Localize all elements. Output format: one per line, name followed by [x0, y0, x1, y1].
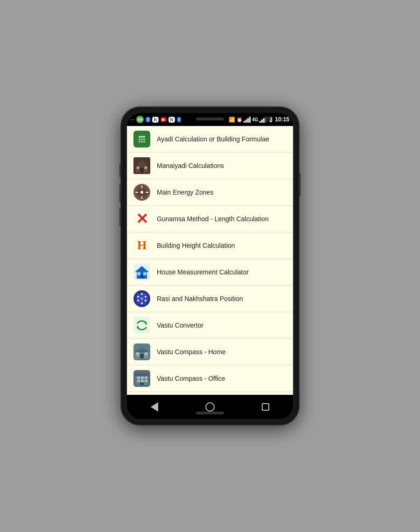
facebook-notification: f — [146, 117, 150, 122]
menu-item-rasi[interactable]: Rasi and Nakhshatra Position — [127, 286, 293, 312]
svg-rect-4 — [143, 139, 145, 140]
app-notification-h2: h — [168, 117, 175, 123]
svg-rect-6 — [141, 141, 143, 142]
svg-rect-37 — [133, 317, 150, 334]
rasi-icon — [133, 290, 150, 307]
home-icon — [205, 402, 215, 412]
svg-rect-5 — [139, 141, 140, 142]
svg-point-33 — [141, 302, 143, 304]
menu-item-vastu-convertor[interactable]: Vastu Convertor — [127, 312, 293, 339]
youtube-notification: ▶ — [161, 117, 167, 122]
svg-rect-50 — [137, 377, 140, 379]
svg-point-36 — [140, 297, 143, 300]
svg-point-34 — [137, 300, 139, 301]
svg-rect-55 — [145, 380, 147, 382]
menu-item-gunamsa[interactable]: ✕ Gunamsa Method - Length Calculation — [127, 206, 293, 232]
main-energy-icon — [133, 184, 150, 201]
svg-rect-46 — [135, 350, 148, 352]
camera-button[interactable] — [119, 208, 121, 226]
app-notification-h: h — [152, 117, 159, 123]
status-indicators: 📶 ⏰ 4G 🔋 10:15 — [229, 116, 289, 123]
signal-bar-1 — [244, 121, 245, 123]
rasi-label: Rasi and Nakhshatra Position — [157, 294, 243, 303]
notification-count: 59 — [136, 116, 144, 123]
vastu-compass-home-icon — [133, 343, 150, 360]
svg-rect-49 — [135, 374, 148, 376]
ayadi-label: Ayadi Calculation or Building Formulae — [157, 135, 269, 143]
recent-button[interactable] — [256, 398, 275, 416]
menu-item-manaiyadi[interactable]: Manaiyadi Calculations — [127, 153, 293, 179]
menu-item-main-energy[interactable]: Main Energy Zones — [127, 179, 293, 206]
back-button[interactable] — [145, 398, 164, 416]
svg-rect-25 — [140, 274, 144, 279]
vastu-convertor-icon — [133, 317, 150, 334]
svg-rect-12 — [137, 167, 139, 169]
menu-item-building-height[interactable]: H Building Height Calculation — [127, 232, 293, 259]
signal-bar-4 — [249, 117, 251, 123]
signal-bar-7 — [263, 118, 265, 123]
volume-down-button[interactable] — [119, 184, 121, 203]
menu-item-vastu-compass-office[interactable]: Vastu Compass - Office — [127, 365, 293, 392]
speaker-bottom — [196, 412, 224, 414]
phone-frame: ··· 59 f h ▶ h f 📶 ⏰ 4G — [121, 107, 299, 425]
signal-bars — [244, 117, 251, 123]
svg-rect-54 — [141, 380, 144, 382]
svg-point-31 — [145, 296, 147, 298]
power-button[interactable] — [299, 173, 301, 196]
vastu-compass-home-label: Vastu Compass - Home — [157, 348, 226, 356]
svg-rect-26 — [137, 272, 140, 275]
svg-rect-27 — [143, 272, 147, 275]
volume-up-button[interactable] — [119, 163, 121, 177]
status-notifications: ··· 59 f h ▶ h f — [131, 116, 181, 123]
svg-rect-11 — [140, 168, 144, 172]
svg-rect-1 — [139, 136, 145, 138]
svg-rect-13 — [145, 167, 147, 169]
vastu-compass-office-icon — [133, 370, 150, 387]
menu-item-house-measurement[interactable]: House Measurement Calculator — [127, 259, 293, 286]
gunamsa-icon: ✕ — [133, 210, 150, 227]
ayadi-icon — [133, 131, 150, 147]
speaker-top — [196, 118, 224, 120]
cross-icon: ✕ — [136, 211, 148, 226]
nav-bar — [127, 395, 293, 419]
wifi-icon: 📶 — [229, 117, 235, 123]
svg-rect-51 — [141, 377, 144, 379]
status-dots: ··· — [131, 117, 134, 122]
svg-rect-2 — [139, 139, 140, 140]
signal-bar-2 — [245, 119, 247, 123]
facebook-notification-2: f — [177, 117, 181, 122]
gunamsa-label: Gunamsa Method - Length Calculation — [157, 215, 269, 223]
svg-rect-43 — [140, 354, 144, 358]
svg-point-32 — [145, 300, 147, 301]
svg-rect-45 — [145, 352, 147, 355]
menu-item-ayadi[interactable]: Ayadi Calculation or Building Formulae — [127, 126, 293, 153]
svg-point-30 — [141, 293, 143, 295]
svg-rect-7 — [143, 141, 145, 142]
svg-rect-3 — [141, 139, 143, 140]
manaiyadi-label: Manaiyadi Calculations — [157, 161, 224, 170]
camera — [266, 117, 271, 121]
house-measurement-icon — [133, 264, 150, 280]
network-type: 4G — [252, 117, 258, 122]
phone-screen: ··· 59 f h ▶ h f 📶 ⏰ 4G — [127, 113, 293, 419]
signal-bars-2 — [259, 117, 266, 123]
svg-rect-52 — [145, 377, 147, 379]
h-icon: H — [137, 239, 147, 252]
menu-item-vastu-compass-home[interactable]: Vastu Compass - Home — [127, 339, 293, 365]
svg-rect-53 — [137, 380, 140, 382]
main-energy-label: Main Energy Zones — [157, 188, 213, 196]
recent-icon — [262, 403, 269, 411]
svg-rect-56 — [140, 383, 144, 385]
back-icon — [151, 402, 158, 412]
vastu-compass-office-label: Vastu Compass - Office — [157, 374, 225, 383]
svg-point-17 — [140, 191, 143, 194]
svg-point-35 — [137, 296, 139, 298]
svg-rect-44 — [136, 352, 139, 355]
alarm-icon: ⏰ — [237, 117, 242, 122]
house-measurement-label: House Measurement Calculator — [157, 268, 249, 276]
building-height-label: Building Height Calculation — [157, 241, 235, 250]
screen-content: Ayadi Calculation or Building Formulae — [127, 126, 293, 395]
signal-bar-5 — [259, 121, 261, 123]
signal-bar-6 — [261, 119, 263, 123]
vastu-convertor-label: Vastu Convertor — [157, 321, 203, 329]
